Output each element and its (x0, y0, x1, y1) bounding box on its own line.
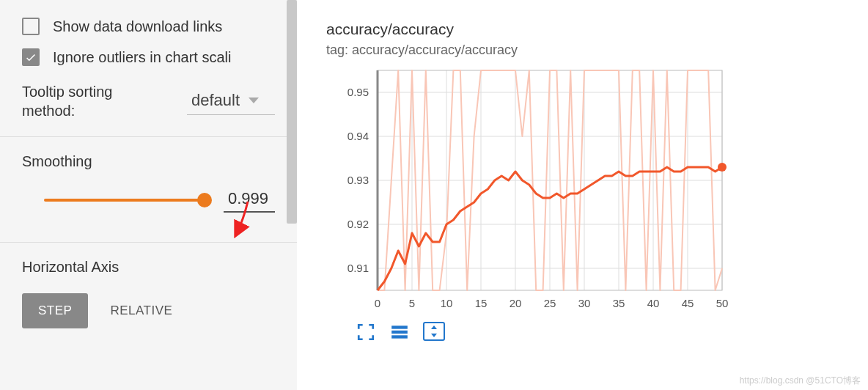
sidebar-scrollbar[interactable] (287, 0, 297, 224)
svg-text:15: 15 (475, 297, 488, 309)
svg-text:5: 5 (409, 297, 415, 309)
svg-text:50: 50 (716, 297, 729, 309)
svg-text:0: 0 (375, 297, 380, 309)
svg-point-18 (718, 163, 727, 172)
slider-thumb[interactable] (197, 193, 212, 207)
svg-text:20: 20 (510, 297, 522, 309)
svg-text:0.95: 0.95 (347, 86, 369, 98)
tab-step[interactable]: STEP (22, 293, 88, 328)
svg-rect-37 (391, 335, 408, 338)
accuracy-chart[interactable]: 051015202530354045500.910.920.930.940.95 (326, 67, 737, 316)
tooltip-sorting-select[interactable]: default (187, 88, 275, 115)
svg-text:0.94: 0.94 (347, 130, 369, 142)
svg-text:0.93: 0.93 (347, 174, 369, 186)
fit-domain-icon[interactable] (423, 322, 445, 341)
chart-tag: tag: accuracy/accuracy/accuracy (326, 43, 839, 58)
divider (0, 136, 297, 137)
svg-rect-36 (391, 331, 408, 334)
svg-text:30: 30 (578, 297, 591, 309)
ignore-outliers-label: Ignore outliers in chart scali (53, 49, 231, 66)
list-icon[interactable] (389, 322, 410, 342)
svg-text:25: 25 (544, 297, 556, 309)
svg-text:40: 40 (647, 297, 660, 309)
svg-text:35: 35 (613, 297, 625, 309)
show-links-checkbox[interactable] (22, 18, 40, 35)
show-links-label: Show data download links (53, 18, 222, 35)
chevron-down-icon (249, 98, 259, 103)
svg-marker-39 (431, 334, 437, 337)
watermark: https://blog.csdn @51CTO博客 (740, 375, 861, 387)
horizontal-axis-title: Horizontal Axis (22, 259, 275, 276)
svg-text:0.91: 0.91 (347, 262, 369, 274)
smoothing-slider[interactable] (44, 199, 210, 202)
svg-text:45: 45 (682, 297, 694, 309)
tab-relative[interactable]: RELATIVE (94, 293, 188, 328)
ignore-outliers-checkbox[interactable] (22, 48, 40, 66)
svg-text:10: 10 (441, 297, 453, 309)
expand-icon[interactable] (356, 322, 376, 342)
smoothing-input[interactable]: 0.999 (224, 188, 275, 213)
svg-text:0.92: 0.92 (347, 218, 369, 230)
chart-title: accuracy/accuracy (326, 21, 839, 38)
smoothing-title: Smoothing (22, 153, 275, 170)
tooltip-sorting-label-2: method: (22, 101, 112, 120)
svg-rect-35 (391, 325, 408, 328)
svg-marker-38 (431, 325, 437, 329)
divider (0, 242, 297, 243)
tooltip-sorting-label: Tooltip sorting (22, 82, 112, 101)
tooltip-sorting-value: default (191, 91, 240, 110)
